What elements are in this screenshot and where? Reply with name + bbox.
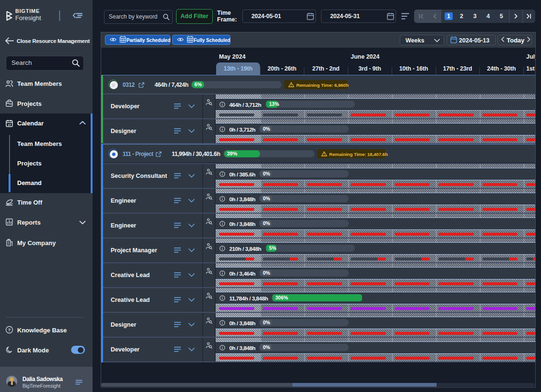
svg-text:17: 17 xyxy=(8,124,11,126)
svg-text:?: ? xyxy=(8,327,11,332)
